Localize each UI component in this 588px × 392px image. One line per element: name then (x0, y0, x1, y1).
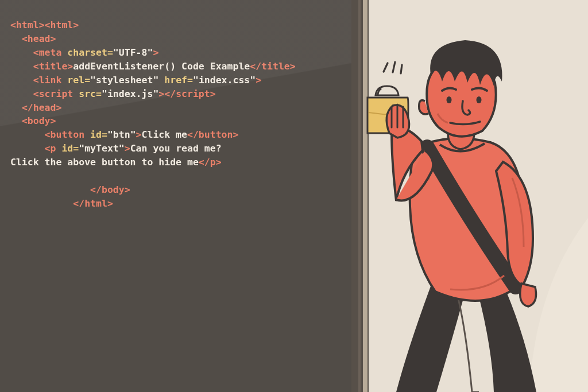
svg-line-1 (393, 62, 395, 72)
code-token: > (256, 75, 261, 86)
code-token: > (125, 143, 130, 154)
code-token: = (107, 47, 113, 58)
code-token: > (136, 129, 142, 140)
code-token: <html> (45, 20, 79, 30)
code-token: <html> (10, 20, 45, 30)
code-token: = (84, 75, 90, 86)
code-token: </button> (187, 129, 238, 140)
code-token: id (90, 129, 102, 140)
code-token: "btn" (107, 129, 136, 140)
code-token: </script> (164, 88, 215, 99)
code-token: <p (45, 143, 56, 154)
code-token: "index.css" (193, 75, 256, 86)
code-token: Can you read me? (130, 143, 222, 154)
illustration-panel (351, 0, 588, 392)
code-token: "UTF-8" (113, 47, 153, 58)
code-token: </body> (90, 184, 130, 195)
code-token: = (102, 129, 107, 140)
code-token: </title> (250, 61, 295, 72)
code-token: <head> (22, 33, 56, 44)
head-icon (419, 40, 502, 137)
code-token: > (153, 47, 158, 58)
wall-edge-icon (358, 0, 361, 392)
code-token: <button (45, 129, 85, 140)
bg-curve-icon (529, 218, 588, 392)
code-token: href (164, 75, 187, 86)
code-token: Click me (142, 129, 187, 140)
code-token: "index.js" (102, 88, 158, 99)
code-token: = (73, 143, 79, 154)
code-token: = (96, 88, 102, 99)
code-token: > (158, 88, 164, 99)
code-token: Click the above button to hide me (10, 157, 199, 168)
code-token: </p> (199, 157, 222, 168)
door-frame-icon (363, 0, 368, 392)
code-token: = (187, 75, 193, 86)
code-token: <title> (33, 61, 74, 72)
code-token: <meta (33, 47, 62, 58)
code-token: src (79, 88, 96, 99)
code-token: </html> (73, 198, 113, 209)
code-block: <html><html> <head> <meta charset="UTF-8… (10, 18, 351, 211)
listening-person-illustration (351, 0, 588, 392)
code-token: <body> (22, 115, 56, 126)
motion-lines-icon (384, 62, 402, 73)
code-token: <link (33, 75, 62, 86)
code-token: </head> (22, 102, 62, 113)
code-token: id (61, 143, 73, 154)
code-token: "stylesheet" (90, 75, 158, 86)
code-token: <script (33, 88, 74, 99)
code-token: rel (67, 75, 84, 86)
code-token: charset (67, 47, 107, 58)
svg-point-5 (477, 96, 482, 103)
code-token: "myText" (79, 143, 124, 154)
svg-line-0 (384, 63, 388, 72)
code-editor-panel: <html><html> <head> <meta charset="UTF-8… (0, 0, 351, 392)
svg-point-4 (447, 96, 452, 103)
code-token: addEventListener() Code Example (73, 61, 250, 72)
svg-line-2 (401, 65, 402, 73)
